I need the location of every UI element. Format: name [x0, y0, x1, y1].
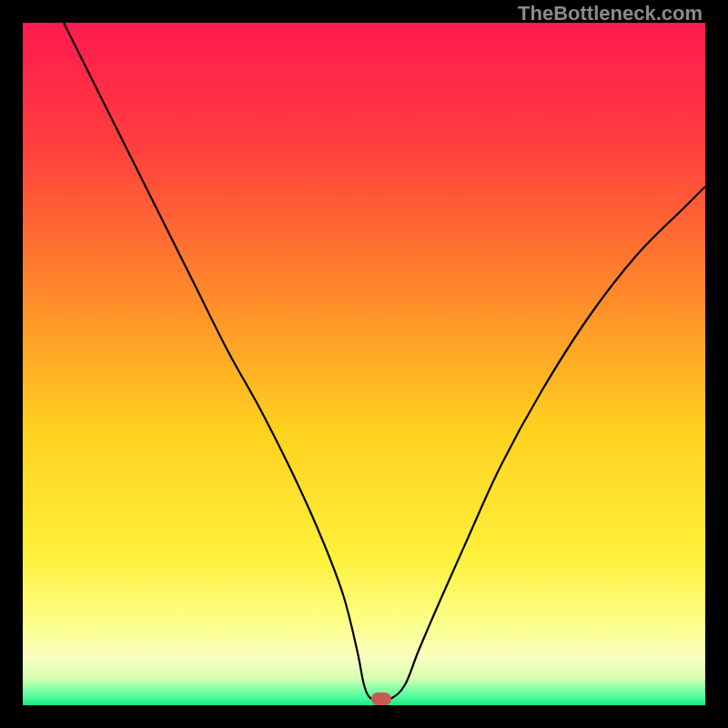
chart-background: [23, 23, 705, 705]
chart-svg: [23, 23, 705, 705]
plot-area: [23, 23, 705, 705]
chart-frame: TheBottleneck.com: [0, 0, 728, 728]
optimum-marker: [371, 693, 391, 705]
